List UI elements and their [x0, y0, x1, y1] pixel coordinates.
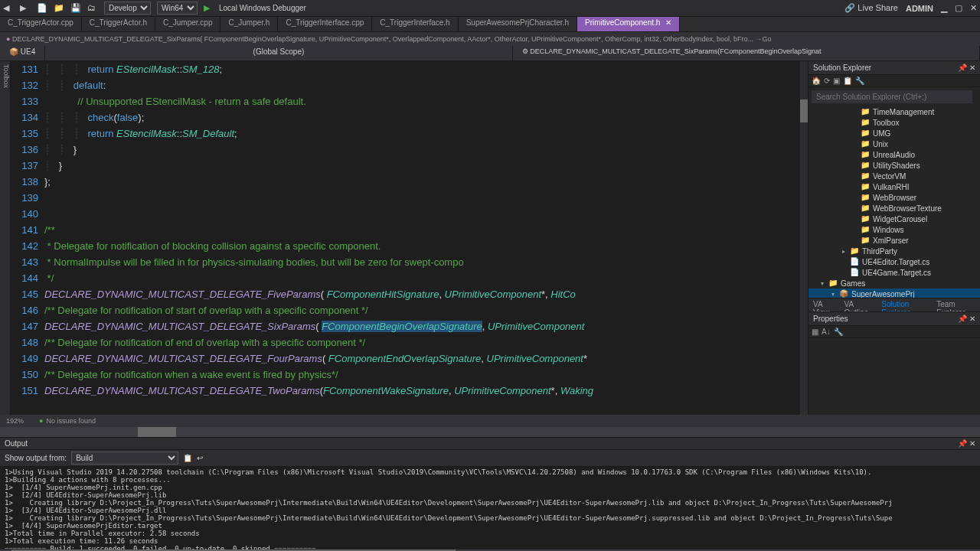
global-scope[interactable]: (Global Scope) [45, 46, 512, 60]
file-tab[interactable]: C_TriggerInterface.h [372, 17, 458, 31]
editor-scrollbar-h[interactable] [0, 427, 980, 437]
right-panel-tab[interactable]: Solution Explorer [877, 298, 932, 311]
solution-search-input[interactable] [812, 90, 972, 103]
file-tab[interactable]: C_TriggerActor.cpp [0, 17, 82, 31]
solution-tree[interactable]: 📁TimeManagement📁Toolbox📁UMG📁Unix📁UnrealA… [808, 106, 980, 298]
line-gutter: 1311321331341351361371381391401411421431… [11, 61, 44, 399]
tree-item[interactable]: 📁TimeManagement [808, 106, 980, 117]
code-content[interactable]: ┊ ┊ ┊ return EStencilMask::SM_128;┊ ┊ de… [44, 61, 808, 399]
home-icon[interactable]: 🏠 [812, 77, 821, 85]
tree-item[interactable]: 📁VectorVM [808, 171, 980, 181]
pin-icon[interactable]: 📌 [958, 315, 967, 323]
scope-bar: 📦 UE4 (Global Scope) ⚙ DECLARE_DYNAMIC_M… [0, 46, 980, 61]
file-tab[interactable]: C_TriggerActor.h [82, 17, 155, 31]
panel-close-icon[interactable]: ✕ [969, 439, 975, 448]
right-tab-bar: VA ViewVA OutlineSolution ExplorerTeam E… [808, 298, 980, 311]
tree-item[interactable]: 📁Toolbox [808, 117, 980, 128]
close-icon[interactable]: ✕ [970, 3, 977, 13]
tree-item[interactable]: 📁WidgetCarousel [808, 214, 980, 224]
pin-icon[interactable]: 📌 [958, 439, 967, 448]
tree-item[interactable]: 📁WebBrowser [808, 192, 980, 203]
tree-item[interactable]: 📄UE4Editor.Target.cs [808, 256, 980, 267]
wrap-icon[interactable]: ↩ [197, 454, 203, 462]
editor-status-line: 192% ● No issues found [0, 415, 980, 427]
file-tab[interactable]: C_TriggerInterface.cpp [278, 17, 372, 31]
alpha-icon[interactable]: A↓ [822, 328, 831, 336]
output-source-dropdown[interactable]: Build [71, 452, 178, 465]
config-dropdown[interactable]: Develop [104, 2, 151, 15]
tree-item[interactable]: ▾📦SuperAwesomePrj [808, 289, 980, 298]
back-icon[interactable]: ◀ [3, 3, 14, 14]
tree-item[interactable]: 📁UnrealAudio [808, 149, 980, 160]
tree-item[interactable]: 📄UE4Game.Target.cs [808, 267, 980, 278]
save-icon[interactable]: 💾 [70, 3, 81, 14]
right-panel-tab[interactable]: VA Outline [840, 298, 877, 311]
clear-icon[interactable]: 📋 [183, 454, 192, 462]
refresh-icon[interactable]: ⟳ [824, 77, 830, 85]
right-panel-tab[interactable]: Team Explorer [932, 298, 980, 311]
tree-item[interactable]: ▾📁Games [808, 278, 980, 289]
play-icon[interactable]: ▶ [204, 3, 210, 13]
main-toolbar: ◀ ▶ 📄 📁 💾 🗂 Develop Win64 ▶ Local Window… [0, 0, 980, 17]
zoom-level[interactable]: 192% [6, 417, 24, 425]
categorize-icon[interactable]: ▦ [812, 328, 818, 336]
open-icon[interactable]: 📁 [54, 3, 64, 14]
properties-icon[interactable]: 🔧 [855, 77, 864, 85]
tree-item[interactable]: 📁XmlParser [808, 235, 980, 246]
output-header: Output 📌 ✕ [0, 438, 980, 450]
file-tab[interactable]: C_Jumper.cpp [155, 17, 220, 31]
tree-item[interactable]: 📁UtilityShaders [808, 160, 980, 171]
solution-explorer-panel: Solution Explorer 📌 ✕ 🏠 ⟳ ▣ 📋 🔧 📁TimeMan… [808, 61, 980, 415]
tree-item[interactable]: 📁VulkanRHI [808, 181, 980, 192]
scroll-thumb[interactable] [800, 99, 808, 122]
save-all-icon[interactable]: 🗂 [87, 3, 98, 14]
output-content[interactable]: 1>Using Visual Studio 2019 14.20.27508 t… [0, 467, 980, 549]
properties-header: Properties 📌 ✕ [808, 312, 980, 326]
collapse-icon[interactable]: ▣ [833, 77, 840, 85]
platform-dropdown[interactable]: Win64 [157, 2, 198, 15]
project-scope[interactable]: 📦 UE4 [0, 46, 45, 60]
marker-icon: ● [6, 35, 10, 43]
pin-icon[interactable]: 📌 [958, 64, 967, 72]
tree-item[interactable]: 📁Unix [808, 139, 980, 149]
forward-icon[interactable]: ▶ [20, 3, 31, 14]
right-panel-tab[interactable]: VA View [808, 298, 840, 311]
panel-close-icon[interactable]: ✕ [969, 64, 975, 72]
file-tab[interactable]: C_Jumper.h [220, 17, 278, 31]
tree-item[interactable]: 📁Windows [808, 224, 980, 235]
tab-close-icon[interactable]: ✕ [663, 18, 671, 27]
file-tab-bar: C_TriggerActor.cppC_TriggerActor.hC_Jump… [0, 17, 980, 32]
tree-item[interactable]: 📁UMG [808, 128, 980, 139]
solution-toolbar: 🏠 ⟳ ▣ 📋 🔧 [808, 75, 980, 87]
code-editor[interactable]: 1311321331341351361371381391401411421431… [11, 61, 808, 415]
member-scope[interactable]: ⚙ DECLARE_DYNAMIC_MULTICAST_DELEGATE_Six… [513, 46, 980, 60]
new-icon[interactable]: 📄 [37, 3, 47, 14]
scroll-thumb-h[interactable] [138, 427, 176, 437]
wrench-icon[interactable]: 🔧 [834, 328, 843, 336]
breadcrumb: ● DECLARE_DYNAMIC_MULTICAST_DELEGATE_Six… [0, 32, 980, 46]
show-all-icon[interactable]: 📋 [843, 77, 852, 85]
solution-explorer-header: Solution Explorer 📌 ✕ [808, 61, 980, 75]
panel-close-icon[interactable]: ✕ [969, 315, 975, 323]
minimize-icon[interactable]: ▁ [941, 3, 947, 13]
maximize-icon[interactable]: ▢ [955, 3, 962, 13]
tree-item[interactable]: 📁WebBrowserTexture [808, 203, 980, 214]
live-share-button[interactable]: 🔗 Live Share [844, 3, 898, 13]
toolbox-sidebar[interactable]: Toolbox [0, 61, 11, 415]
file-tab[interactable]: SuperAwesomePrjCharacter.h [459, 17, 577, 31]
editor-scrollbar-v[interactable] [800, 61, 808, 415]
issues-icon: ● [39, 417, 43, 425]
show-output-label: Show output from: [5, 454, 67, 462]
tree-item[interactable]: ▸📁ThirdParty [808, 246, 980, 256]
output-panel: Output 📌 ✕ Show output from: Build 📋 ↩ 1… [0, 437, 980, 551]
debugger-label[interactable]: Local Windows Debugger [216, 2, 309, 14]
admin-label: ADMIN [906, 4, 933, 13]
file-tab[interactable]: PrimitiveComponent.h ✕ [577, 17, 680, 31]
issues-label: No issues found [46, 417, 96, 425]
